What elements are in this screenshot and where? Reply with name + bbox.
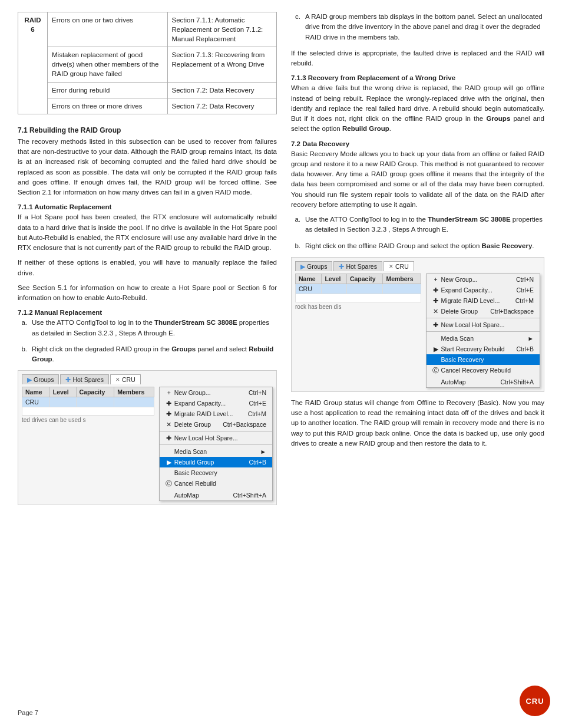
rebuild-group-bold-1: Rebuild Group bbox=[32, 345, 273, 363]
section-72-a-label: a. bbox=[291, 215, 300, 235]
section-71-body: The recovery methods listed in this subs… bbox=[18, 137, 277, 198]
screenshot-1-table: Name Level Capacity Members CRU bbox=[22, 387, 154, 416]
shortcut-expand-2: Ctrl+E bbox=[517, 286, 534, 294]
section-712-a-label: a. bbox=[18, 318, 27, 338]
delete-icon-2: ✕ bbox=[432, 308, 439, 315]
groups-bold-713: Groups bbox=[486, 115, 510, 122]
right-body1: If the selected drive is appropriate, th… bbox=[291, 48, 544, 69]
right-c-label: c. bbox=[291, 12, 300, 42]
screenshot-2-tabs: ▶ Groups ✚ Hot Spares ✕ CRU bbox=[295, 261, 540, 271]
menu-item-rebuild-1[interactable]: ▶Rebuild GroupCtrl+B bbox=[160, 457, 272, 467]
menu-item-mediascan-2[interactable]: Media Scan► bbox=[427, 333, 540, 344]
screenshot-2-menu: +New Group...Ctrl+N ✚Expand Capacity...C… bbox=[426, 274, 540, 388]
col-members-1: Members bbox=[114, 387, 154, 397]
right-column: c. A RAID group members tab displays in … bbox=[291, 12, 544, 511]
col-capacity-2: Capacity bbox=[346, 274, 382, 284]
tab-hotspares-1[interactable]: ✚ Hot Spares bbox=[60, 374, 109, 384]
menu-item-automap-1[interactable]: AutoMapCtrl+Shift+A bbox=[160, 490, 272, 500]
section-712-b-text: Right click on the degraded RAID group i… bbox=[32, 344, 277, 365]
menu-item-automap-2[interactable]: AutoMapCtrl+Shift+A bbox=[427, 377, 540, 387]
cru-members-1 bbox=[114, 397, 154, 407]
cancelrecovery-icon-2: Ⓒ bbox=[432, 367, 439, 375]
menu-item-delete-2[interactable]: ✕Delete GroupCtrl+Backspace bbox=[427, 306, 540, 317]
col-level-2: Level bbox=[322, 274, 346, 284]
tab-hotspares-2[interactable]: ✚ Hot Spares bbox=[333, 261, 382, 271]
col-name-1: Name bbox=[22, 387, 50, 397]
section-711-body1: If a Hot Spare pool has been created, th… bbox=[18, 212, 277, 253]
tab-groups-2[interactable]: ▶ Groups bbox=[295, 261, 332, 271]
hotspares-icon-2: ✚ bbox=[339, 263, 344, 270]
menu-item-mediascan-1[interactable]: Media Scan► bbox=[160, 446, 272, 457]
section-72-body2: The RAID Group status will change from O… bbox=[291, 398, 544, 449]
separator-3 bbox=[427, 318, 540, 318]
section-712-title: 7.1.2 Manual Replacement bbox=[18, 309, 277, 316]
section-712-item-b: b. Right click on the degraded RAID grou… bbox=[18, 344, 277, 365]
thunderstream-bold-72a: ThunderStream SC 3808E bbox=[428, 216, 511, 223]
migrate-icon-2: ✚ bbox=[432, 297, 439, 304]
empty-row-1 bbox=[22, 407, 154, 416]
tab-cru-2[interactable]: ✕ CRU bbox=[384, 261, 414, 271]
new-group-icon-1: + bbox=[166, 389, 173, 396]
menu-item-cancelrecovery-2[interactable]: ⒸCancel Recovery Rebuild bbox=[427, 365, 540, 377]
menu-item-expand-2[interactable]: ✚Expand Capacity...Ctrl+E bbox=[427, 285, 540, 295]
col-capacity-1: Capacity bbox=[76, 387, 114, 397]
right-c-text: A RAID group members tab displays in the… bbox=[305, 12, 544, 42]
menu-item-hotspare-1[interactable]: ✚New Local Hot Spare... bbox=[160, 433, 272, 443]
screenshot-2-status: rock has been dis bbox=[295, 304, 421, 310]
menu-item-new-group-2[interactable]: +New Group...Ctrl+N bbox=[427, 274, 540, 285]
screenshot-1: ▶ Groups ✚ Hot Spares ✕ CRU bbox=[18, 370, 277, 505]
context-menu-2: +New Group...Ctrl+N ✚Expand Capacity...C… bbox=[426, 274, 540, 388]
shortcut-new-group-1: Ctrl+N bbox=[249, 389, 266, 396]
expand-icon-2: ✚ bbox=[432, 286, 439, 294]
section-711-title: 7.1.1 Automatic Replacement bbox=[18, 203, 277, 210]
screenshot-1-tabs: ▶ Groups ✚ Hot Spares ✕ CRU bbox=[22, 374, 273, 384]
tab-groups-1[interactable]: ▶ Groups bbox=[22, 374, 59, 384]
right-item-c: c. A RAID group members tab displays in … bbox=[291, 12, 544, 42]
menu-item-hotspare-2[interactable]: ✚New Local Hot Spare... bbox=[427, 319, 540, 330]
table-cell-solution-1: Section 7.1.1: Automatic Replacement or … bbox=[167, 12, 276, 47]
shortcut-automap-2: Ctrl+Shift+A bbox=[500, 378, 534, 386]
table-cell-solution-2: Section 7.1.3: Recovering from Replaceme… bbox=[167, 47, 276, 82]
section-711-body3: See Section 5.1 for information on how t… bbox=[18, 283, 277, 304]
hotspares-icon-1: ✚ bbox=[65, 376, 71, 383]
screenshot-2-row: Name Level Capacity Members CRU bbox=[295, 274, 540, 388]
startrecovery-icon-2: ▶ bbox=[432, 345, 439, 353]
menu-item-migrate-1[interactable]: ✚Migrate RAID Level...Ctrl+M bbox=[160, 409, 272, 419]
separator-4 bbox=[427, 331, 540, 332]
tab-cru-label-1: CRU bbox=[122, 376, 135, 383]
menu-item-startrecovery-2[interactable]: ▶Start Recovery RebuildCtrl+B bbox=[427, 344, 540, 354]
menu-item-migrate-2[interactable]: ✚Migrate RAID Level...Ctrl+M bbox=[427, 295, 540, 306]
table-cell-solution-3: Section 7.2: Data Recovery bbox=[167, 82, 276, 98]
section-712-item-a: a. Use the ATTO ConfigTool to log in to … bbox=[18, 318, 277, 338]
cru-name-2: CRU bbox=[296, 284, 322, 294]
section-71-title: 7.1 Rebuilding the RAID Group bbox=[18, 126, 277, 134]
menu-item-new-group-1[interactable]: +New Group...Ctrl+N bbox=[160, 387, 272, 398]
section-712-a-text: Use the ATTO ConfigTool to log in to the… bbox=[32, 318, 277, 338]
cancelrebuild-icon-1: Ⓒ bbox=[166, 480, 173, 488]
cru-level-1 bbox=[49, 397, 76, 407]
menu-item-basicrecovery-2[interactable]: Basic Recovery bbox=[427, 354, 540, 365]
separator-1 bbox=[160, 431, 272, 431]
menu-item-delete-1[interactable]: ✕Delete GroupCtrl+Backspace bbox=[160, 419, 272, 430]
tab-cru-1[interactable]: ✕ CRU bbox=[110, 374, 141, 384]
menu-item-expand-1[interactable]: ✚Expand Capacity...Ctrl+E bbox=[160, 398, 272, 409]
col-members-2: Members bbox=[383, 274, 421, 284]
screenshot-1-row: Name Level Capacity Members CRU bbox=[22, 387, 273, 501]
col-level-1: Level bbox=[49, 387, 76, 397]
menu-item-cancelrebuild-1[interactable]: ⒸCancel Rebuild bbox=[160, 478, 272, 490]
separator-2 bbox=[160, 444, 272, 445]
cru-level-2 bbox=[322, 284, 346, 294]
screenshot-1-table-area: Name Level Capacity Members CRU bbox=[22, 387, 154, 501]
section-72-a-text: Use the ATTO ConfigTool to log in to the… bbox=[305, 215, 544, 235]
cru-members-2 bbox=[383, 284, 421, 294]
tab-cru-close-1: ✕ bbox=[115, 377, 120, 383]
menu-item-basicrecovery-1[interactable]: Basic Recovery bbox=[160, 467, 272, 478]
section-713-body: When a drive fails but the wrong drive i… bbox=[291, 83, 544, 134]
hotspare-icon-2: ✚ bbox=[432, 321, 439, 328]
shortcut-new-group-2: Ctrl+N bbox=[516, 276, 534, 283]
left-column: RAID 6 Errors on one or two drives Secti… bbox=[18, 12, 277, 511]
section-711-body2: If neither of these options is enabled, … bbox=[18, 258, 277, 278]
shortcut-mediascan-1: ► bbox=[260, 448, 266, 455]
tab-cru-close-2: ✕ bbox=[389, 263, 394, 269]
thunderstream-bold-1: ThunderStream SC 3808E bbox=[154, 319, 237, 326]
